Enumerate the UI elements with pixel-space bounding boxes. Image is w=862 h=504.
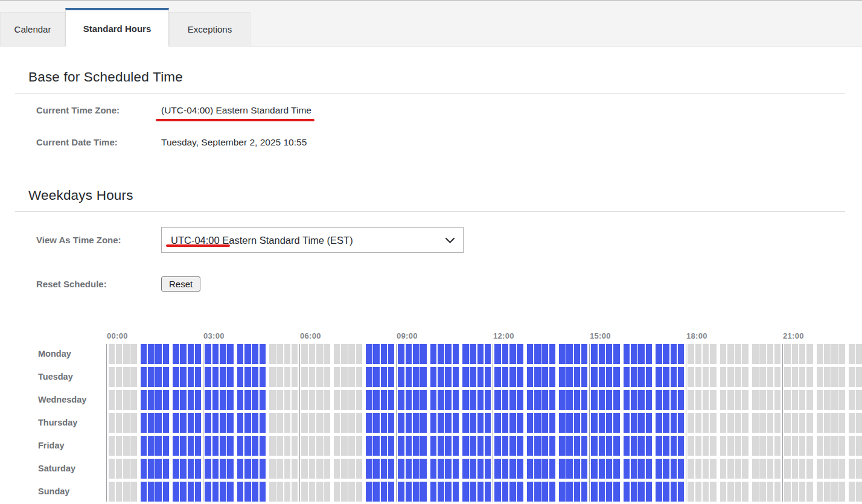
schedule-cell[interactable] [430, 390, 437, 410]
schedule-cell[interactable] [774, 482, 781, 502]
schedule-cell[interactable] [784, 482, 791, 502]
schedule-cell[interactable] [624, 390, 630, 410]
schedule-cell[interactable] [767, 367, 774, 387]
schedule-cell[interactable] [301, 390, 308, 410]
schedule-cell[interactable] [784, 436, 791, 456]
schedule-cell[interactable] [373, 482, 380, 502]
schedule-cell[interactable] [631, 436, 637, 456]
schedule-cell[interactable] [727, 390, 734, 410]
schedule-cell[interactable] [517, 390, 523, 410]
schedule-cell[interactable] [130, 459, 137, 479]
schedule-cell[interactable] [316, 344, 323, 364]
schedule-cell[interactable] [638, 436, 645, 456]
schedule-cell[interactable] [485, 367, 491, 387]
schedule-cell[interactable] [831, 367, 838, 387]
schedule-cell[interactable] [817, 390, 823, 410]
schedule-cell[interactable] [195, 344, 202, 364]
schedule-cell[interactable] [792, 413, 799, 433]
schedule-cell[interactable] [517, 413, 523, 433]
reset-button[interactable]: Reset [161, 276, 200, 292]
schedule-cell[interactable] [720, 459, 727, 479]
schedule-cell[interactable] [856, 436, 862, 456]
schedule-cell[interactable] [141, 436, 147, 456]
schedule-cell[interactable] [334, 344, 340, 364]
schedule-cell[interactable] [624, 482, 630, 502]
schedule-cell[interactable] [856, 459, 862, 479]
schedule-cell[interactable] [838, 344, 845, 364]
schedule-cell[interactable] [759, 413, 766, 433]
schedule-cell[interactable] [373, 459, 380, 479]
schedule-cell[interactable] [445, 390, 452, 410]
schedule-cell[interactable] [534, 482, 541, 502]
schedule-cell[interactable] [188, 367, 194, 387]
schedule-cell[interactable] [831, 436, 838, 456]
schedule-cell[interactable] [774, 367, 781, 387]
schedule-cell[interactable] [269, 482, 276, 502]
schedule-cell[interactable] [212, 390, 219, 410]
schedule-cell[interactable] [806, 367, 813, 387]
schedule-cell[interactable] [309, 459, 316, 479]
schedule-cell[interactable] [799, 459, 806, 479]
schedule-cell[interactable] [671, 367, 677, 387]
schedule-cell[interactable] [838, 413, 845, 433]
schedule-cell[interactable] [220, 390, 226, 410]
schedule-cell[interactable] [227, 344, 234, 364]
schedule-cell[interactable] [269, 344, 276, 364]
schedule-cell[interactable] [678, 482, 685, 502]
schedule-cell[interactable] [292, 482, 298, 502]
schedule-cell[interactable] [849, 482, 855, 502]
schedule-cell[interactable] [309, 482, 316, 502]
schedule-cell[interactable] [260, 390, 266, 410]
schedule-cell[interactable] [817, 459, 823, 479]
schedule-cell[interactable] [509, 436, 516, 456]
schedule-cell[interactable] [284, 344, 291, 364]
schedule-cell[interactable] [438, 436, 444, 456]
schedule-cell[interactable] [494, 367, 501, 387]
schedule-cell[interactable] [292, 344, 298, 364]
schedule-cell[interactable] [703, 459, 709, 479]
schedule-cell[interactable] [445, 459, 452, 479]
schedule-cell[interactable] [356, 344, 363, 364]
schedule-cell[interactable] [438, 344, 444, 364]
schedule-cell[interactable] [527, 482, 534, 502]
schedule-cell[interactable] [599, 344, 605, 364]
schedule-cell[interactable] [799, 390, 806, 410]
schedule-cell[interactable] [227, 413, 234, 433]
schedule-cell[interactable] [252, 344, 258, 364]
schedule-cell[interactable] [534, 344, 541, 364]
schedule-cell[interactable] [252, 413, 258, 433]
schedule-cell[interactable] [470, 413, 476, 433]
schedule-cell[interactable] [710, 482, 717, 502]
schedule-cell[interactable] [212, 459, 219, 479]
schedule-cell[interactable] [438, 482, 444, 502]
schedule-cell[interactable] [324, 367, 330, 387]
schedule-cell[interactable] [752, 482, 759, 502]
schedule-cell[interactable] [606, 482, 613, 502]
schedule-cell[interactable] [141, 413, 147, 433]
schedule-cell[interactable] [477, 367, 484, 387]
schedule-cell[interactable] [292, 459, 298, 479]
schedule-cell[interactable] [759, 390, 766, 410]
schedule-cell[interactable] [581, 367, 588, 387]
schedule-cell[interactable] [817, 436, 823, 456]
schedule-cell[interactable] [485, 413, 491, 433]
schedule-cell[interactable] [638, 367, 645, 387]
schedule-cell[interactable] [549, 367, 556, 387]
schedule-cell[interactable] [130, 390, 137, 410]
schedule-cell[interactable] [485, 436, 491, 456]
schedule-cell[interactable] [599, 390, 605, 410]
schedule-cell[interactable] [398, 459, 404, 479]
schedule-cell[interactable] [509, 413, 516, 433]
schedule-cell[interactable] [735, 413, 741, 433]
schedule-cell[interactable] [527, 413, 534, 433]
schedule-cell[interactable] [527, 390, 534, 410]
schedule-cell[interactable] [727, 459, 734, 479]
schedule-cell[interactable] [613, 344, 620, 364]
schedule-cell[interactable] [767, 390, 774, 410]
schedule-cell[interactable] [173, 482, 179, 502]
schedule-cell[interactable] [806, 344, 813, 364]
schedule-cell[interactable] [148, 344, 155, 364]
schedule-cell[interactable] [420, 367, 427, 387]
schedule-cell[interactable] [774, 413, 781, 433]
schedule-cell[interactable] [695, 413, 702, 433]
